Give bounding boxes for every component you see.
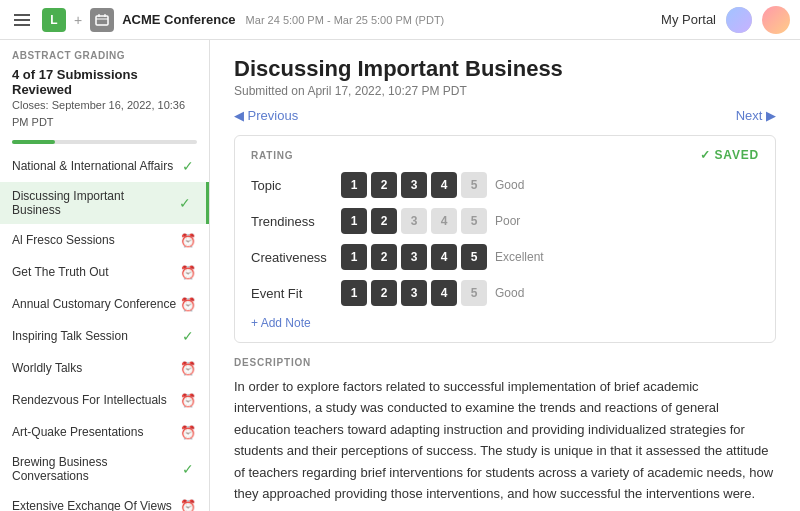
rating-button-1[interactable]: 1 xyxy=(341,208,367,234)
sidebar-item-label: Rendezvous For Intellectuals xyxy=(12,393,179,407)
rating-buttons-group: 12345 xyxy=(341,244,487,270)
app-icon: L xyxy=(42,8,66,32)
sidebar-item-label: Discussing Important Business xyxy=(12,189,176,217)
rating-label: Creativeness xyxy=(251,250,341,265)
top-nav: L + ACME Conference Mar 24 5:00 PM - Mar… xyxy=(0,0,800,40)
main-layout: ABSTRACT GRADING 4 of 17 Submissions Rev… xyxy=(0,40,800,511)
rating-button-5[interactable]: 5 xyxy=(461,172,487,198)
rating-button-2[interactable]: 2 xyxy=(371,280,397,306)
rating-label: Trendiness xyxy=(251,214,341,229)
rating-label: Topic xyxy=(251,178,341,193)
rating-description: Good xyxy=(495,178,524,192)
submission-date: Submitted on April 17, 2022, 10:27 PM PD… xyxy=(234,84,776,98)
rating-button-2[interactable]: 2 xyxy=(371,208,397,234)
clock-icon: ⏰ xyxy=(179,295,197,313)
rating-button-4[interactable]: 4 xyxy=(431,280,457,306)
clock-icon: ⏰ xyxy=(179,263,197,281)
sidebar-item[interactable]: Annual Customary Conference⏰ xyxy=(0,288,209,320)
progress-bar-fill xyxy=(12,140,55,144)
rating-row: Creativeness12345Excellent xyxy=(251,244,759,270)
check-icon: ✓ xyxy=(179,327,197,345)
user-avatar-circle[interactable] xyxy=(726,7,752,33)
rating-button-5[interactable]: 5 xyxy=(461,280,487,306)
svg-rect-0 xyxy=(96,16,108,25)
sidebar-item[interactable]: Extensive Exchange Of Views⏰ xyxy=(0,490,209,511)
sidebar-item-label: National & International Affairs xyxy=(12,159,179,173)
sidebar-header: ABSTRACT GRADING xyxy=(0,40,209,65)
sidebar-closes-label: Closes: September 16, 2022, 10:36 PM PDT xyxy=(12,97,197,130)
sidebar-item-label: Get The Truth Out xyxy=(12,265,179,279)
check-icon: ✓ xyxy=(179,157,197,175)
description-text: In order to explore factors related to s… xyxy=(234,376,776,511)
check-icon: ✓ xyxy=(176,194,194,212)
sidebar-item-label: Brewing Business Conversations xyxy=(12,455,179,483)
sidebar-item-label: Extensive Exchange Of Views xyxy=(12,499,179,511)
rating-button-3[interactable]: 3 xyxy=(401,172,427,198)
my-portal-link[interactable]: My Portal xyxy=(661,12,716,27)
rating-description: Excellent xyxy=(495,250,544,264)
rating-button-3[interactable]: 3 xyxy=(401,208,427,234)
sidebar-item[interactable]: Brewing Business Conversations✓ xyxy=(0,448,209,490)
clock-icon: ⏰ xyxy=(179,423,197,441)
clock-icon: ⏰ xyxy=(179,359,197,377)
sidebar-item[interactable]: Al Fresco Sessions⏰ xyxy=(0,224,209,256)
rating-button-5[interactable]: 5 xyxy=(461,244,487,270)
sidebar-item-label: Al Fresco Sessions xyxy=(12,233,179,247)
rating-button-3[interactable]: 3 xyxy=(401,280,427,306)
rating-button-2[interactable]: 2 xyxy=(371,244,397,270)
rating-section-header: RATING ✓ Saved xyxy=(251,148,759,162)
conference-name: ACME Conference xyxy=(122,12,235,27)
rating-button-3[interactable]: 3 xyxy=(401,244,427,270)
sidebar-item[interactable]: Rendezvous For Intellectuals⏰ xyxy=(0,384,209,416)
sidebar-item[interactable]: Inspiring Talk Session✓ xyxy=(0,320,209,352)
sidebar-item[interactable]: Get The Truth Out⏰ xyxy=(0,256,209,288)
sidebar: ABSTRACT GRADING 4 of 17 Submissions Rev… xyxy=(0,40,210,511)
rating-buttons-group: 12345 xyxy=(341,208,487,234)
sidebar-item[interactable]: Discussing Important Business✓ xyxy=(0,182,209,224)
previous-button[interactable]: ◀ Previous xyxy=(234,108,298,123)
conference-dates: Mar 24 5:00 PM - Mar 25 5:00 PM (PDT) xyxy=(246,14,445,26)
rating-row: Trendiness12345Poor xyxy=(251,208,759,234)
rating-button-2[interactable]: 2 xyxy=(371,172,397,198)
rating-button-4[interactable]: 4 xyxy=(431,244,457,270)
content-area: Discussing Important Business Submitted … xyxy=(210,40,800,511)
clock-icon: ⏰ xyxy=(179,497,197,511)
rating-button-5[interactable]: 5 xyxy=(461,208,487,234)
conference-icon xyxy=(90,8,114,32)
rating-description: Poor xyxy=(495,214,520,228)
rating-description: Good xyxy=(495,286,524,300)
rating-button-4[interactable]: 4 xyxy=(431,208,457,234)
next-button[interactable]: Next ▶ xyxy=(736,108,776,123)
check-icon: ✓ xyxy=(179,460,197,478)
rating-button-1[interactable]: 1 xyxy=(341,244,367,270)
rating-buttons-group: 12345 xyxy=(341,172,487,198)
hamburger-button[interactable] xyxy=(10,10,34,30)
clock-icon: ⏰ xyxy=(179,391,197,409)
sidebar-item-label: Art-Quake Presentations xyxy=(12,425,179,439)
clock-icon: ⏰ xyxy=(179,231,197,249)
rating-button-1[interactable]: 1 xyxy=(341,172,367,198)
rating-row: Topic12345Good xyxy=(251,172,759,198)
rating-label: Event Fit xyxy=(251,286,341,301)
rating-button-4[interactable]: 4 xyxy=(431,172,457,198)
sidebar-item[interactable]: National & International Affairs✓ xyxy=(0,150,209,182)
add-note-button[interactable]: + Add Note xyxy=(251,316,759,330)
sidebar-list: National & International Affairs✓Discuss… xyxy=(0,150,209,511)
sidebar-item-label: Annual Customary Conference xyxy=(12,297,179,311)
user-avatar-photo[interactable] xyxy=(762,6,790,34)
progress-bar-track xyxy=(12,140,197,144)
saved-indicator: ✓ Saved xyxy=(700,148,759,162)
sidebar-item[interactable]: Worldly Talks⏰ xyxy=(0,352,209,384)
sidebar-item-label: Worldly Talks xyxy=(12,361,179,375)
submission-title: Discussing Important Business xyxy=(234,56,776,82)
sidebar-progress-title: 4 of 17 Submissions Reviewed xyxy=(12,67,197,97)
rating-buttons-group: 12345 xyxy=(341,280,487,306)
sidebar-item[interactable]: Art-Quake Presentations⏰ xyxy=(0,416,209,448)
rating-card: RATING ✓ Saved Topic12345GoodTrendiness1… xyxy=(234,135,776,343)
sidebar-meta: 4 of 17 Submissions Reviewed Closes: Sep… xyxy=(0,65,209,134)
sidebar-item-label: Inspiring Talk Session xyxy=(12,329,179,343)
rating-button-1[interactable]: 1 xyxy=(341,280,367,306)
navigation-row: ◀ Previous Next ▶ xyxy=(234,108,776,123)
rating-row: Event Fit12345Good xyxy=(251,280,759,306)
user-avatar-image xyxy=(726,7,752,33)
